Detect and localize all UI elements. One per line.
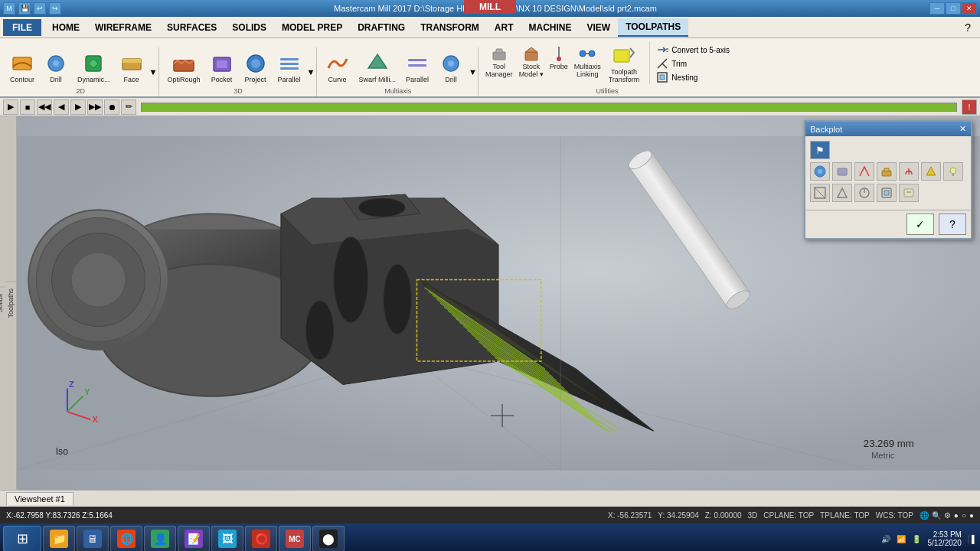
ribbon-btn-project[interactable]: Project xyxy=(240,49,272,86)
quick-access-undo[interactable]: ↩ xyxy=(34,2,46,15)
taskbar-notes[interactable]: 📝 xyxy=(178,526,210,551)
ribbon-btn-swarf[interactable]: Swarf Milli... xyxy=(355,49,400,86)
sidebar-tab-solids[interactable]: Solids xyxy=(0,287,5,319)
ribbon-btn-probe[interactable]: Probe xyxy=(547,43,570,72)
bp-tool-btn1[interactable] xyxy=(810,162,830,181)
backplot-help-button[interactable]: ? xyxy=(939,214,966,235)
step-fwd-btn[interactable]: ▶ xyxy=(70,99,86,115)
progress-bar-container[interactable] xyxy=(141,103,957,112)
warning-btn[interactable]: ! xyxy=(962,99,977,115)
bp-tool-btn6[interactable] xyxy=(921,162,941,181)
taskbar-network-icon[interactable]: 📶 xyxy=(897,535,906,543)
quick-access-save[interactable]: 💾 xyxy=(18,2,31,15)
ribbon-btn-toolpath-transform[interactable]: Toolpath Transform xyxy=(605,41,644,86)
taskbar-explorer[interactable]: 📁 xyxy=(43,526,75,551)
menu-surfaces[interactable]: SURFACES xyxy=(159,19,224,36)
ribbon-btn-stock-model[interactable]: Stock Model ▾ xyxy=(517,43,546,80)
bp-tool-btn5[interactable] xyxy=(899,162,919,181)
multiaxis-expand-arrow[interactable]: ▼ xyxy=(469,67,475,86)
ribbon-btn-parallel[interactable]: Parallel xyxy=(273,49,305,86)
bp-bottom-btn5[interactable] xyxy=(899,184,919,202)
play-btn[interactable]: ▶ xyxy=(3,99,18,115)
backplot-close-button[interactable]: ✕ xyxy=(959,124,966,134)
menu-transform[interactable]: TRANSFORM xyxy=(413,19,487,36)
maximize-button[interactable]: □ xyxy=(946,2,961,15)
bp-bottom-btn3[interactable] xyxy=(854,184,874,202)
step-back-btn[interactable]: ◀ xyxy=(54,99,69,115)
minimize-button[interactable]: ─ xyxy=(929,2,945,15)
status-icon3[interactable]: ⚙ xyxy=(944,511,951,520)
viewsheet-tab-1[interactable]: Viewsheet #1 xyxy=(6,492,74,505)
fast-fwd-btn[interactable]: ▶▶ xyxy=(87,99,103,115)
ribbon-btn-drill[interactable]: Drill xyxy=(40,49,72,86)
rewind-btn[interactable]: ◀◀ xyxy=(37,99,52,115)
status-icon1[interactable]: 🌐 xyxy=(920,511,929,520)
2d-expand-arrow[interactable]: ▼ xyxy=(149,67,155,86)
multiaxis-linking-icon xyxy=(578,44,596,63)
taskbar-show-desktop[interactable]: ▌ xyxy=(968,535,977,543)
3d-expand-arrow[interactable]: ▼ xyxy=(307,67,313,86)
utility-convert-5axis[interactable]: 5 Convert to 5-axis xyxy=(655,43,731,57)
close-button[interactable]: ✕ xyxy=(962,2,977,15)
taskbar-volume-icon[interactable]: 🔊 xyxy=(881,535,890,543)
viewsheet-bar: Viewsheet #1 xyxy=(0,490,980,507)
ribbon-btn-contour[interactable]: Contour xyxy=(6,49,38,86)
stock-model-label: Stock xyxy=(522,63,540,70)
status-icon2[interactable]: 🔍 xyxy=(932,511,941,520)
bp-tool-btn2[interactable] xyxy=(832,162,852,181)
menu-file[interactable]: FILE xyxy=(3,19,41,36)
taskbar-user[interactable]: 👤 xyxy=(144,526,176,551)
ribbon-btn-pocket[interactable]: Pocket xyxy=(206,49,238,86)
svg-point-48 xyxy=(384,264,412,334)
bp-tool-btn7[interactable] xyxy=(943,162,963,181)
taskbar-photos[interactable]: 🖼 xyxy=(211,526,243,551)
bp-tool-btn3[interactable] xyxy=(854,162,874,181)
svg-rect-13 xyxy=(280,67,299,70)
ribbon-btn-parallel-ma[interactable]: Parallel xyxy=(401,49,433,86)
bp-bottom-btn1[interactable] xyxy=(810,184,830,202)
status-icon4[interactable]: ● xyxy=(954,511,959,520)
taskbar-mastercam[interactable]: MC xyxy=(279,526,311,551)
photos-icon: 🖼 xyxy=(218,530,237,548)
menu-machine[interactable]: MACHINE xyxy=(521,19,579,36)
menu-model-prep[interactable]: MODEL PREP xyxy=(274,19,350,36)
ribbon-btn-dynamic[interactable]: Dynamic... xyxy=(74,49,114,86)
edit-btn[interactable]: ✏ xyxy=(121,99,136,115)
taskbar-files[interactable]: 🖥 xyxy=(77,526,109,551)
app-icon[interactable]: M xyxy=(3,2,15,15)
menu-toolpaths[interactable]: TOOLPATHS xyxy=(618,18,688,37)
2d-group-label: 2D xyxy=(77,87,86,95)
bp-flag-btn[interactable]: ⚑ xyxy=(810,141,830,159)
menu-drafting[interactable]: DRAFTING xyxy=(350,19,413,36)
taskbar-dark-app[interactable]: ⬤ xyxy=(312,526,345,551)
taskbar-red-app[interactable]: ⭕ xyxy=(245,526,277,551)
ribbon-btn-optirough[interactable]: OptiRough xyxy=(164,49,204,86)
record-btn[interactable]: ⏺ xyxy=(104,99,119,115)
menu-wireframe[interactable]: WIREFRAME xyxy=(87,19,159,36)
ribbon-btn-multiaxis-linking[interactable]: Multiaxis Linking xyxy=(572,43,603,80)
start-button[interactable]: ⊞ xyxy=(3,526,41,551)
menu-home[interactable]: HOME xyxy=(44,19,87,36)
taskbar-browser[interactable]: 🌐 xyxy=(110,526,142,551)
menu-view[interactable]: VIEW xyxy=(579,19,618,36)
viewport[interactable]: Z X Y Iso 23.269 mm Metric Backplot ✕ ⚑ xyxy=(17,116,980,490)
ribbon-btn-face[interactable]: Face xyxy=(116,49,148,86)
sidebar-tab-toolpaths[interactable]: Toolpaths xyxy=(5,282,16,324)
quick-access-redo[interactable]: ↪ xyxy=(49,2,61,15)
taskbar-battery-icon[interactable]: 🔋 xyxy=(912,535,921,543)
stop-btn[interactable]: ■ xyxy=(20,99,35,115)
menu-art[interactable]: ART xyxy=(487,19,521,36)
utility-nesting[interactable]: Nesting xyxy=(655,70,731,84)
backplot-ok-button[interactable]: ✓ xyxy=(906,214,934,235)
status-icon5[interactable]: ○ xyxy=(962,511,966,520)
status-icon6[interactable]: ● xyxy=(969,511,974,520)
help-icon[interactable]: ? xyxy=(959,21,977,34)
ribbon-btn-curve[interactable]: Curve xyxy=(322,49,354,86)
ribbon-btn-drill-ma[interactable]: Drill xyxy=(435,49,467,86)
utility-trim[interactable]: Trim xyxy=(655,57,731,70)
bp-tool-btn4[interactable] xyxy=(877,162,897,181)
bp-bottom-btn4[interactable] xyxy=(877,184,897,202)
bp-bottom-btn2[interactable] xyxy=(832,184,852,202)
ribbon-btn-tool-manager[interactable]: Tool Manager xyxy=(483,43,515,80)
menu-solids[interactable]: SOLIDS xyxy=(224,19,274,36)
